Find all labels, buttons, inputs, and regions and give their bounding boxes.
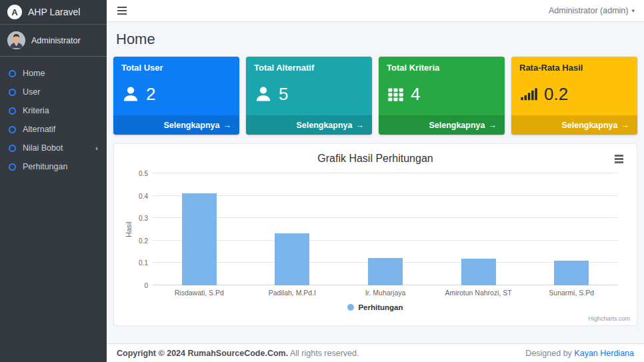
highcharts-credits-link[interactable]: Highcharts.com xyxy=(588,315,630,322)
card-label: Total Kriteria xyxy=(379,57,505,73)
user-avatar xyxy=(7,31,25,49)
bar-slot xyxy=(339,173,432,285)
copyright-text: Copyright © 2024 RumahSourceCode.Com. Al… xyxy=(117,349,359,358)
sidebar-item-label: Alternatif xyxy=(23,125,55,134)
card-total-user: Total User 2 Selengkapnya → xyxy=(113,57,239,135)
circle-icon xyxy=(9,126,16,133)
bar-4[interactable] xyxy=(461,259,496,285)
bar-2[interactable] xyxy=(275,233,309,285)
top-navbar: Administrator (admin) ▾ xyxy=(107,0,644,22)
arrow-right-icon: → xyxy=(223,121,232,130)
sidebar-item-label: Perhitungan xyxy=(23,162,67,171)
arrow-right-icon: → xyxy=(489,121,497,130)
card-label: Total User xyxy=(113,57,239,73)
bar-slot xyxy=(246,173,339,285)
sidebar-toggle-hamburger-icon[interactable] xyxy=(116,4,128,17)
card-body: 4 xyxy=(379,73,505,115)
circle-icon xyxy=(9,145,16,152)
grid-icon xyxy=(387,85,405,103)
arrow-right-icon: → xyxy=(356,121,365,130)
card-value: 0.2 xyxy=(544,84,568,105)
chart-card: Grafik Hasil Perhitungan Hasil 00.10.20.… xyxy=(113,143,637,326)
y-axis-tick-label: 0.3 xyxy=(139,215,148,222)
x-axis-category-label: Risdawati, S.Pd xyxy=(153,289,246,297)
signal-bars-icon xyxy=(519,85,538,103)
content: Home Total User 2 Selengkapnya → Total A… xyxy=(107,22,644,343)
y-axis-tick-label: 0.1 xyxy=(139,259,148,267)
sidebar-item-user[interactable]: User xyxy=(0,83,107,101)
legend-marker-icon xyxy=(347,304,354,311)
chart-title: Grafik Hasil Perhitungan xyxy=(127,153,623,165)
x-axis-category-label: Sunarmi, S.Pd xyxy=(525,289,618,297)
y-axis-tick-label: 0.2 xyxy=(139,237,148,244)
card-label: Rata-Rata Hasil xyxy=(511,57,637,73)
sidebar-user-name: Administrator xyxy=(31,36,81,45)
caret-down-icon: ▾ xyxy=(631,7,635,14)
selengkapnya-link[interactable]: Selengkapnya → xyxy=(379,115,505,135)
sidebar-item-perhitungan[interactable]: Perhitungan xyxy=(0,157,107,176)
y-axis-tick-label: 0.5 xyxy=(139,170,148,177)
sidebar-item-label: Home xyxy=(23,69,45,78)
link-label: Selengkapnya xyxy=(296,121,352,130)
link-label: Selengkapnya xyxy=(561,121,617,130)
sidebar: A AHP Laravel Administrator Home User xyxy=(0,0,107,362)
sidebar-item-label: Nilai Bobot xyxy=(23,143,63,153)
card-body: 0.2 xyxy=(511,73,637,115)
brand-link[interactable]: A AHP Laravel xyxy=(0,0,107,25)
footer: Copyright © 2024 RumahSourceCode.Com. Al… xyxy=(107,343,644,362)
chevron-left-icon: ‹ xyxy=(95,144,98,152)
sidebar-nav: Home User Kriteria Alternatif Nilai Bobo… xyxy=(0,57,107,183)
user-icon xyxy=(121,85,140,103)
card-total-alternatif: Total Alternatif 5 Selengkapnya → xyxy=(246,57,372,135)
card-value: 4 xyxy=(411,84,420,105)
copyright-rest: All rights reserved. xyxy=(290,349,359,358)
card-body: 5 xyxy=(246,73,372,115)
app-logo-icon: A xyxy=(7,5,22,19)
bar-3[interactable] xyxy=(368,258,403,285)
chart-context-menu-icon[interactable] xyxy=(613,153,625,165)
sidebar-item-home[interactable]: Home xyxy=(0,64,107,83)
circle-icon xyxy=(9,107,16,115)
selengkapnya-link[interactable]: Selengkapnya → xyxy=(511,115,637,135)
y-axis-tick-label: 0.4 xyxy=(139,192,148,199)
designed-by-text: Designed by Kayan Herdiana xyxy=(525,349,634,358)
link-label: Selengkapnya xyxy=(163,121,219,130)
arrow-right-icon: → xyxy=(621,121,630,130)
stat-cards-row: Total User 2 Selengkapnya → Total Altern… xyxy=(113,57,637,135)
sidebar-item-label: Kriteria xyxy=(23,106,49,115)
x-axis-category-label: Ir. Muharjaya xyxy=(339,289,432,297)
card-label: Total Alternatif xyxy=(246,57,372,73)
main-area: Administrator (admin) ▾ Home Total User … xyxy=(107,0,644,362)
selengkapnya-link[interactable]: Selengkapnya → xyxy=(246,115,372,135)
circle-icon xyxy=(9,89,16,96)
bars-container xyxy=(153,173,618,285)
designer-link[interactable]: Kayan Herdiana xyxy=(574,349,634,358)
sidebar-item-nilai-bobot[interactable]: Nilai Bobot ‹ xyxy=(0,139,107,157)
x-axis-category-label: Padilah, M.Pd.I xyxy=(246,289,339,297)
sidebar-user-panel[interactable]: Administrator xyxy=(0,25,107,57)
card-value: 5 xyxy=(279,84,288,105)
sidebar-item-alternatif[interactable]: Alternatif xyxy=(0,120,107,139)
x-axis-category-label: Amirotun Nahrozi, ST xyxy=(432,289,525,297)
legend-item-perhitungan[interactable]: Perhitungan xyxy=(127,303,623,311)
circle-icon xyxy=(9,70,16,77)
selengkapnya-link[interactable]: Selengkapnya → xyxy=(113,115,239,135)
bar-1[interactable] xyxy=(182,193,217,285)
card-value: 2 xyxy=(146,84,155,105)
user-icon xyxy=(254,85,273,103)
sidebar-item-label: User xyxy=(23,87,40,97)
designed-by-label: Designed by xyxy=(525,349,572,358)
card-rata-rata-hasil: Rata-Rata Hasil 0.2 Selengkapn xyxy=(511,57,637,135)
bar-slot xyxy=(525,173,618,285)
user-dropdown[interactable]: Administrator (admin) ▾ xyxy=(549,6,635,15)
page-title: Home xyxy=(116,31,637,48)
bar-slot xyxy=(153,173,246,285)
copyright-strong: Copyright © 2024 RumahSourceCode.Com. xyxy=(117,349,288,358)
chart-plot-area: Hasil 00.10.20.30.40.5 xyxy=(153,173,618,285)
card-body: 2 xyxy=(113,73,239,115)
user-dropdown-label: Administrator (admin) xyxy=(549,6,628,15)
sidebar-item-kriteria[interactable]: Kriteria xyxy=(0,101,107,120)
bar-5[interactable] xyxy=(554,261,589,285)
x-axis-category-labels: Risdawati, S.PdPadilah, M.Pd.IIr. Muharj… xyxy=(153,289,618,297)
y-axis-tick-label: 0 xyxy=(144,282,148,289)
